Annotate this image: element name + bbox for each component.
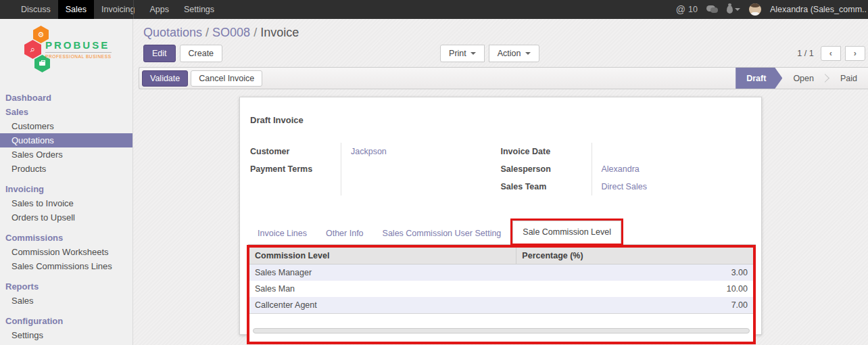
sidebar-item-sales-orders[interactable]: Sales Orders: [0, 147, 132, 162]
action-dropdown-button[interactable]: Action: [489, 45, 539, 62]
cell-commission-level[interactable]: Sales Man: [249, 281, 516, 297]
sidebar-item-customers[interactable]: Customers: [0, 119, 132, 133]
table-row[interactable]: Callcenter Agent 7.00: [249, 297, 753, 314]
sidebar-item-settings[interactable]: Settings: [0, 328, 132, 342]
messages-icon[interactable]: [706, 5, 718, 14]
sidebar-item-products[interactable]: Products: [0, 162, 132, 176]
caret-down-icon: [471, 52, 476, 55]
logo-text: PROBUSE PROFESSIONAL BUSINESS: [45, 39, 112, 59]
pager-count: 1 / 1: [797, 49, 813, 58]
pager-next-button[interactable]: ›: [845, 46, 865, 61]
breadcrumb-separator: /: [206, 26, 212, 39]
table-row[interactable]: Sales Man 10.00: [249, 281, 753, 297]
field-group-right: Invoice Date Salesperson Sales Team Alex…: [501, 143, 752, 196]
sidebar-section-configuration[interactable]: Configuration: [0, 314, 132, 328]
bug-icon: [727, 5, 733, 14]
salesperson-label: Salesperson: [501, 160, 586, 178]
sidebar-item-dashboard[interactable]: Dashboard: [0, 91, 132, 105]
column-header-commission-level[interactable]: Commission Level: [249, 248, 516, 264]
at-icon: @: [676, 4, 685, 15]
sidebar-section-invoicing[interactable]: Invoicing: [0, 182, 132, 196]
activities-count: 10: [688, 5, 698, 14]
status-paid[interactable]: Paid: [829, 68, 868, 89]
form-view: Draft Invoice Customer Payment Terms Jac…: [133, 89, 868, 345]
invoice-date-label: Invoice Date: [501, 143, 586, 160]
cancel-invoice-button[interactable]: Cancel Invoice: [191, 70, 262, 87]
menu-sales[interactable]: Sales: [58, 0, 94, 19]
activities-counter[interactable]: @ 10: [676, 4, 698, 15]
invoice-title: Draft Invoice: [250, 115, 761, 125]
cell-commission-level[interactable]: Sales Manager: [249, 264, 516, 281]
invoice-date-value[interactable]: [602, 143, 647, 160]
logo-hex-magnifier-icon: ⌕: [24, 40, 41, 59]
sidebar-item-orders-to-upsell[interactable]: Orders to Upsell: [0, 210, 132, 225]
topbar-divider: [133, 0, 134, 19]
tab-sale-commission-level[interactable]: Sale Commission Level: [512, 221, 621, 244]
edit-button[interactable]: Edit: [143, 45, 176, 62]
annotation-box-tab: Sale Commission Level: [510, 218, 623, 246]
pager: 1 / 1 ‹ ›: [797, 46, 868, 61]
debug-menu[interactable]: [727, 5, 740, 14]
field-group-left: Customer Payment Terms Jackpson: [250, 143, 501, 196]
print-label: Print: [449, 49, 466, 58]
status-draft[interactable]: Draft: [736, 68, 782, 89]
validate-button[interactable]: Validate: [142, 70, 188, 87]
tab-sales-commission-user-setting[interactable]: Sales Commission User Setting: [373, 223, 511, 244]
action-label: Action: [498, 49, 521, 58]
print-dropdown-button[interactable]: Print: [440, 45, 485, 62]
menu-discuss[interactable]: Discuss: [14, 0, 58, 19]
tab-invoice-lines[interactable]: Invoice Lines: [248, 223, 316, 244]
cell-percentage[interactable]: 7.00: [516, 297, 753, 314]
horizontal-scrollbar[interactable]: [253, 328, 750, 334]
cell-percentage[interactable]: 3.00: [516, 264, 753, 281]
table-header-row: Commission Level Percentage (%): [249, 248, 753, 264]
user-avatar[interactable]: [749, 3, 761, 16]
sidebar-item-config-products[interactable]: ▸Products: [0, 342, 132, 345]
sidebar-item-sales-to-invoice[interactable]: Sales to Invoice: [0, 196, 132, 210]
sales-team-label: Sales Team: [501, 178, 586, 196]
field-groups: Customer Payment Terms Jackpson Invoice …: [250, 143, 751, 196]
caret-down-icon: [525, 52, 531, 55]
annotation-box-table: Commission Level Percentage (%) Sales Ma…: [247, 245, 756, 344]
app-menus: Discuss Sales Invoicing Apps Settings: [0, 0, 222, 19]
sidebar-menu: Dashboard Sales Customers Quotations Sal…: [0, 91, 132, 345]
column-header-percentage[interactable]: Percentage (%): [516, 248, 753, 264]
tab-other-info[interactable]: Other Info: [316, 223, 373, 244]
salesperson-value[interactable]: Alexandra: [602, 160, 647, 178]
status-open[interactable]: Open: [782, 68, 825, 89]
customer-label: Customer: [250, 143, 335, 160]
logo-title: PROBUSE: [45, 39, 112, 53]
toolbar: Edit Create Print Action 1 / 1 ‹ ›: [143, 45, 868, 62]
status-pipeline: Draft Open Paid: [736, 68, 868, 89]
sidebar-item-sales-commissions-lines[interactable]: Sales Commissions Lines: [0, 259, 132, 273]
sidebar-section-reports[interactable]: Reports: [0, 279, 132, 294]
menu-invoicing[interactable]: Invoicing: [94, 0, 142, 19]
payment-terms-label: Payment Terms: [250, 160, 335, 178]
table-empty-space: [249, 314, 753, 328]
print-action-group: Print Action: [440, 45, 539, 62]
invoice-sheet: Draft Invoice Customer Payment Terms Jac…: [239, 97, 762, 335]
payment-terms-value[interactable]: [351, 160, 387, 178]
probuse-logo: ⚙ ⌕ PROBUSE PROFESSIONAL BUSINESS: [0, 24, 132, 78]
sidebar: ⚙ ⌕ PROBUSE PROFESSIONAL BUSINESS Dashbo…: [0, 19, 133, 345]
sidebar-section-sales[interactable]: Sales: [0, 105, 132, 119]
sidebar-section-commissions[interactable]: Commissions: [0, 231, 132, 245]
sidebar-item-commission-worksheets[interactable]: Commission Worksheets: [0, 245, 132, 259]
breadcrumb: Quotations / SO008 / Invoice: [143, 26, 868, 40]
cell-commission-level[interactable]: Callcenter Agent: [249, 297, 516, 314]
table-row[interactable]: Sales Manager 3.00: [249, 264, 753, 281]
customer-value[interactable]: Jackpson: [351, 143, 387, 160]
top-nav-bar: Discuss Sales Invoicing Apps Settings @ …: [0, 0, 868, 19]
menu-apps[interactable]: Apps: [142, 0, 176, 19]
menu-settings[interactable]: Settings: [176, 0, 222, 19]
sidebar-item-sales-report[interactable]: Sales: [0, 294, 132, 308]
sidebar-item-quotations[interactable]: Quotations: [0, 133, 132, 147]
breadcrumb-quotations[interactable]: Quotations: [143, 26, 202, 39]
commission-table: Commission Level Percentage (%) Sales Ma…: [249, 248, 753, 314]
sales-team-value[interactable]: Direct Sales: [602, 178, 647, 196]
breadcrumb-so008[interactable]: SO008: [212, 26, 250, 39]
user-menu[interactable]: Alexandra (Sales_comm..: [770, 5, 867, 14]
pager-prev-button[interactable]: ‹: [821, 46, 841, 61]
cell-percentage[interactable]: 10.00: [516, 281, 753, 297]
create-button[interactable]: Create: [180, 45, 223, 62]
